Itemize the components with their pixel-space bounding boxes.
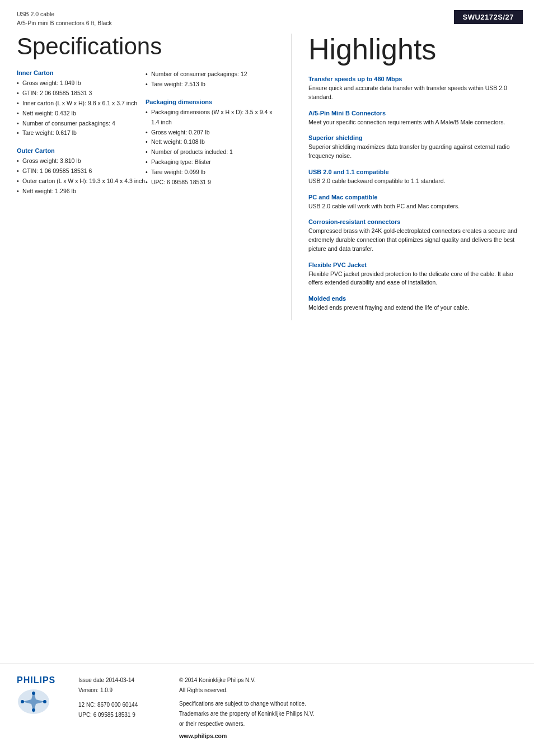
philips-logo: PHILIPS [17,675,67,715]
version: Version: 1.0.9 [78,685,168,696]
list-item: Tare weight: 0.099 lb [146,167,274,178]
list-item: Outer carton (L x W x H): 19.3 x 10.4 x … [17,176,146,186]
list-item: Nett weight: 0.108 lb [146,137,274,147]
consumer-packaging-section: Number of consumer packagings: 12Tare we… [146,69,274,90]
specs-title: Specifications [17,34,274,59]
highlight-item: A/5-Pin Mini B ConnectorsMeet your speci… [308,110,523,127]
packaging-dimensions-list: Packaging dimensions (W x H x D): 3.5 x … [146,108,274,188]
nc-upc: 12 NC: 8670 000 60144UPC: 6 09585 18531 … [78,700,168,720]
highlight-item-title: USB 2.0 and 1.1 compatible [308,169,523,175]
list-item: Number of consumer packagings: 12 [146,69,274,80]
highlight-item: PC and Mac compatibleUSB 2.0 cable will … [308,194,523,211]
footer-legal: © 2014 Koninklijke Philips N.V.All Right… [179,675,517,739]
list-item: Nett weight: 0.432 lb [17,109,146,119]
specs-col-left: Inner Carton Gross weight: 1.049 lbGTIN:… [17,69,146,205]
philips-wordmark: PHILIPS [17,675,67,685]
list-item: Number of products included: 1 [146,147,274,157]
main-container: Specifications Inner Carton Gross weight… [0,34,534,320]
highlight-item-text: Flexible PVC jacket provided protection … [308,270,523,288]
list-item: GTIN: 1 06 09585 18531 6 [17,166,146,176]
list-item: Inner carton (L x W x H): 9.8 x 6.1 x 3.… [17,99,146,109]
highlight-item-text: Ensure quick and accurate data transfer … [308,84,523,102]
highlight-item-text: Meet your specific connection requiremen… [308,118,523,127]
highlight-item-text: USB 2.0 cable will work with both PC and… [308,202,523,211]
copyright: © 2014 Koninklijke Philips N.V.All Right… [179,675,517,696]
list-item: UPC: 6 09585 18531 9 [146,178,274,188]
inner-carton-title: Inner Carton [17,69,146,76]
list-item: GTIN: 2 06 09585 18531 3 [17,88,146,99]
website: www.philips.com [179,732,517,739]
highlight-item-text: Superior shielding maximizes data transf… [308,143,523,161]
issue-date: Issue date 2014-03-14 [78,675,168,685]
highlight-item: Transfer speeds up to 480 MbpsEnsure qui… [308,76,523,102]
packaging-dimensions-title: Packaging dimensions [146,99,274,105]
highlight-item-title: Corrosion-resistant connectors [308,218,523,225]
highlight-item-text: Compressed brass with 24K gold-electropl… [308,227,523,253]
highlights-title: Highlights [308,34,523,66]
footer-meta: Issue date 2014-03-14 Version: 1.0.9 12 … [78,675,168,720]
highlight-item-text: Molded ends prevent fraying and extend t… [308,304,523,312]
svg-point-2 [32,692,35,695]
outer-carton-list: Gross weight: 3.810 lbGTIN: 1 06 09585 1… [17,156,146,196]
highlight-item: Superior shieldingSuperior shielding max… [308,134,523,161]
svg-point-5 [43,700,46,703]
specs-columns: Inner Carton Gross weight: 1.049 lbGTIN:… [17,69,274,205]
inner-carton-section: Inner Carton Gross weight: 1.049 lbGTIN:… [17,69,146,138]
list-item: Packaging type: Blister [146,157,274,167]
product-line2: A/5-Pin mini B connectors 6 ft, Black [17,19,112,28]
specs-col-right: Number of consumer packagings: 12Tare we… [146,69,274,205]
list-item: Gross weight: 1.049 lb [17,78,146,88]
outer-carton-title: Outer Carton [17,147,146,154]
highlights-container: Transfer speeds up to 480 MbpsEnsure qui… [308,76,523,312]
list-item: Number of consumer packagings: 4 [17,119,146,129]
highlight-item-title: Molded ends [308,295,523,302]
inner-carton-list: Gross weight: 1.049 lbGTIN: 2 06 09585 1… [17,78,146,138]
footer: PHILIPS Issue date 2014-03-14 Version: 1… [0,664,534,739]
svg-point-4 [21,700,24,703]
highlights-column: Highlights Transfer speeds up to 480 Mbp… [297,34,523,320]
list-item: Tare weight: 0.617 lb [17,128,146,138]
highlight-item: Corrosion-resistant connectorsCompressed… [308,218,523,253]
consumer-packaging-list: Number of consumer packagings: 12Tare we… [146,69,274,90]
highlight-item: USB 2.0 and 1.1 compatibleUSB 2.0 cable … [308,169,523,186]
list-item: Gross weight: 3.810 lb [17,156,146,166]
column-divider [291,34,292,320]
svg-point-3 [32,708,35,712]
list-item: Nett weight: 1.296 lb [17,186,146,197]
list-item: Tare weight: 2.513 lb [146,80,274,90]
legal-text: Specifications are subject to change wit… [179,699,517,729]
list-item: Gross weight: 0.207 lb [146,128,274,138]
list-item: Packaging dimensions (W x H x D): 3.5 x … [146,108,274,128]
highlight-item-title: Superior shielding [308,134,523,141]
highlight-item-title: Transfer speeds up to 480 Mbps [308,76,523,82]
model-number: SWU2172S/27 [463,13,514,21]
highlight-item-title: PC and Mac compatible [308,194,523,200]
highlight-item: Flexible PVC JacketFlexible PVC jacket p… [308,262,523,288]
outer-carton-section: Outer Carton Gross weight: 3.810 lbGTIN:… [17,147,146,196]
highlight-item-text: USB 2.0 cable backward compatible to 1.1… [308,177,523,186]
product-line1: USB 2.0 cable [17,10,112,19]
specs-column: Specifications Inner Carton Gross weight… [17,34,285,320]
product-title-area: USB 2.0 cable A/5-Pin mini B connectors … [17,10,112,28]
model-bar: SWU2172S/27 [454,10,523,24]
highlight-item: Molded endsMolded ends prevent fraying a… [308,295,523,312]
philips-shield-icon [17,688,67,717]
highlight-item-title: A/5-Pin Mini B Connectors [308,110,523,116]
highlight-item-title: Flexible PVC Jacket [308,262,523,268]
packaging-dimensions-section: Packaging dimensions Packaging dimension… [146,99,274,188]
